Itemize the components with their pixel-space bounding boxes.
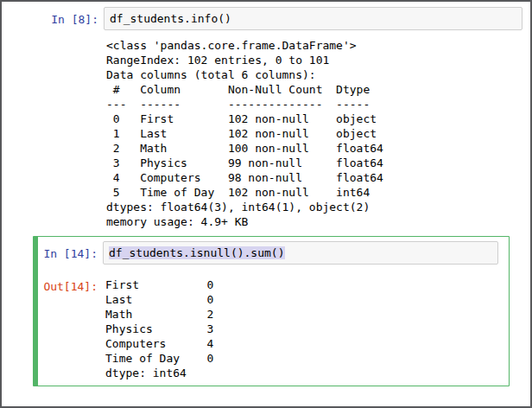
code-text-8: df_students.info() [110, 11, 516, 26]
code-editor-14[interactable]: df_students.isnull().sum() [103, 241, 498, 265]
input-row-14: In [14]: df_students.isnull().sum() [42, 241, 504, 265]
input-prompt-8: In [8]: [38, 7, 98, 27]
output-prompt-spacer-8 [38, 38, 98, 43]
input-row-8: In [8]: df_students.info() [38, 7, 522, 30]
isnull-sum-output: First 0 Last 0 Math 2 Physics 3 Computer… [103, 277, 504, 380]
code-cell-14-selected: In [14]: df_students.isnull().sum() Out[… [33, 236, 510, 386]
notebook-frame: In [8]: df_students.info() <class 'panda… [0, 0, 532, 408]
output-prompt-14: Out[14]: [42, 277, 98, 294]
output-row-8: <class 'pandas.core.frame.DataFrame'> Ra… [38, 38, 522, 229]
output-row-14: Out[14]: First 0 Last 0 Math 2 Physics 3… [42, 277, 504, 380]
code-text-14-selected: df_students.isnull().sum() [109, 246, 285, 259]
code-editor-8[interactable]: df_students.info() [104, 7, 522, 30]
dataframe-info-output: <class 'pandas.core.frame.DataFrame'> Ra… [104, 38, 522, 229]
input-prompt-14: In [14]: [42, 241, 98, 261]
output-area-8: <class 'pandas.core.frame.DataFrame'> Ra… [104, 38, 522, 229]
output-area-14: First 0 Last 0 Math 2 Physics 3 Computer… [103, 277, 504, 380]
code-cell-8: In [8]: df_students.info() <class 'panda… [33, 2, 523, 234]
